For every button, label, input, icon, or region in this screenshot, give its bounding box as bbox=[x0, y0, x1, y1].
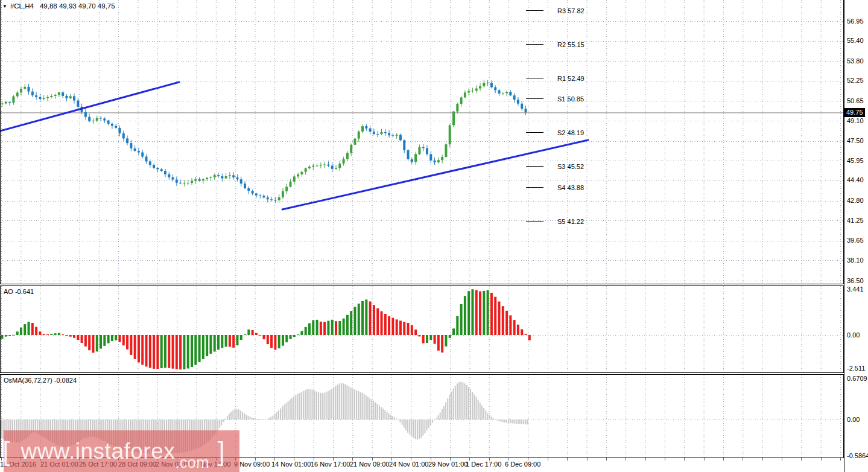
price-axis-label: 45.95 bbox=[847, 157, 864, 165]
time-axis-tick bbox=[548, 458, 548, 461]
pivot-label: S2 48.19 bbox=[557, 129, 584, 136]
price-axis-label: 56.95 bbox=[847, 18, 864, 25]
watermark-url-suffix: .com bbox=[175, 454, 209, 470]
current-price-tag: 49.75 bbox=[844, 108, 865, 117]
watermark-close-bracket: ] bbox=[218, 438, 225, 465]
ao-indicator-label: AO -0.641 bbox=[4, 288, 34, 295]
pivot-label: S1 50.85 bbox=[557, 95, 584, 103]
price-axis-label: 53.80 bbox=[847, 57, 864, 65]
price-axis-label: 39.65 bbox=[847, 237, 864, 244]
time-axis-tick bbox=[782, 458, 782, 461]
symbol-dropdown-icon[interactable]: ▼ bbox=[2, 4, 7, 9]
price-chart-panel[interactable]: R3 57.82R2 55.15R1 52.49S1 50.85S2 48.19… bbox=[0, 0, 844, 284]
vertical-gridlines bbox=[2, 286, 841, 372]
osma-indicator-label: OsMA(36,72,27) -0.0824 bbox=[4, 377, 77, 384]
price-axis-label: 47.50 bbox=[847, 137, 864, 145]
time-axis-label: 16 Nov 17:00 bbox=[311, 461, 350, 468]
time-axis-tick bbox=[567, 458, 568, 461]
time-axis-label: 6 Dec 09:00 bbox=[505, 461, 540, 468]
price-axis-label: 52.25 bbox=[847, 77, 864, 85]
chart-header: ▼ #CL,H4 49,88 49,93 49,70 49,75 bbox=[2, 2, 115, 10]
time-axis-label: 21 Nov 09:00 bbox=[350, 461, 389, 468]
price-axis-label: 50.65 bbox=[847, 97, 864, 105]
ao-scale-zero: 0.00 bbox=[847, 331, 860, 339]
time-axis-label: 1 Dec 17:00 bbox=[466, 461, 501, 468]
watermark-url: www.instaforex bbox=[21, 440, 175, 462]
time-axis-tick bbox=[587, 458, 588, 461]
osma-scale-zero: 0.00 bbox=[847, 416, 860, 424]
pivot-label: R2 55.15 bbox=[557, 41, 584, 48]
price-axis-label: 38.10 bbox=[847, 257, 864, 264]
time-axis-tick bbox=[801, 458, 802, 461]
time-axis-tick bbox=[762, 458, 763, 461]
ao-scale-min: -2.511 bbox=[847, 365, 865, 372]
ao-bars-layer bbox=[1, 289, 531, 369]
time-axis-tick bbox=[704, 458, 705, 461]
price-axis-label: 41.25 bbox=[847, 217, 864, 225]
symbol-label: #CL,H4 bbox=[10, 2, 34, 10]
time-axis-tick bbox=[626, 458, 626, 461]
ohlc-values: 49,88 49,93 49,70 49,75 bbox=[40, 2, 115, 10]
osma-scale-min: -0.5864 bbox=[847, 452, 868, 460]
panel-separator[interactable] bbox=[0, 372, 844, 373]
trendline bbox=[282, 140, 588, 209]
pivot-label: S5 41.22 bbox=[557, 218, 584, 225]
time-axis-tick bbox=[743, 458, 743, 461]
time-axis-tick bbox=[684, 458, 685, 461]
price-axis-label: 44.40 bbox=[847, 176, 864, 184]
price-axis-label: 36.50 bbox=[847, 277, 864, 285]
pivot-label: R1 52.49 bbox=[557, 75, 584, 82]
time-axis-label: 14 Nov 01:00 bbox=[271, 461, 311, 468]
time-axis-label: 24 Nov 01:00 bbox=[389, 461, 428, 468]
time-axis-tick bbox=[606, 458, 607, 461]
ao-scale-max: 3.441 bbox=[847, 285, 864, 293]
pivot-levels-layer: R3 57.82R2 55.15R1 52.49S1 50.85S2 48.19… bbox=[526, 7, 584, 225]
price-axis[interactable]: 49.75 56.9555.4053.8052.2550.6549.1047.5… bbox=[844, 0, 868, 472]
pivot-label: S3 45.52 bbox=[557, 163, 584, 170]
time-axis-tick bbox=[723, 458, 724, 461]
time-axis-tick bbox=[840, 458, 841, 461]
price-axis-label: 49.10 bbox=[847, 117, 864, 125]
trading-terminal-chart-window: R3 57.82R2 55.15R1 52.49S1 50.85S2 48.19… bbox=[0, 0, 868, 472]
horizontal-gridlines bbox=[0, 22, 844, 281]
price-axis-label: 42.80 bbox=[847, 197, 864, 205]
time-axis-tick bbox=[821, 458, 822, 461]
pivot-label: R3 57.82 bbox=[557, 7, 584, 14]
panel-separator[interactable] bbox=[0, 284, 844, 284]
price-axis-label: 55.40 bbox=[847, 37, 864, 45]
watermark-open-bracket: [ bbox=[2, 438, 10, 465]
time-axis-tick bbox=[665, 458, 665, 461]
osma-scale-max: 0.6709 bbox=[847, 375, 867, 383]
time-axis-label: 29 Nov 01:00 bbox=[428, 461, 467, 468]
ao-indicator-panel[interactable] bbox=[0, 286, 844, 372]
time-axis-tick bbox=[645, 458, 646, 461]
trendline bbox=[0, 82, 179, 131]
pivot-label: S4 43.88 bbox=[557, 184, 584, 191]
instaforex-watermark: [ www.instaforex .com ] bbox=[4, 430, 239, 472]
